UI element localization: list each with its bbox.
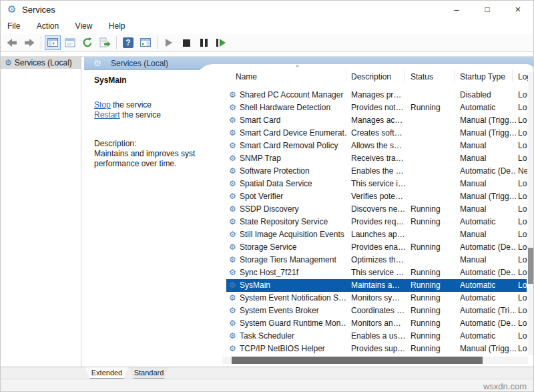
table-row[interactable]: ⚙Task SchedulerEnables a us…RunningAutom… bbox=[196, 330, 527, 343]
cell-description: This service … bbox=[351, 266, 407, 279]
column-header-name[interactable]: Name bbox=[236, 72, 257, 81]
vertical-scrollbar-thumb[interactable] bbox=[528, 248, 534, 284]
table-row[interactable]: ⚙Spot VerifierVerifies pote…Manual (Trig… bbox=[196, 190, 527, 203]
tab-standard[interactable]: Standard bbox=[129, 367, 169, 379]
cell-logon: Loc bbox=[518, 89, 527, 102]
table-row[interactable]: ⚙Spatial Data ServiceThis service i…Manu… bbox=[196, 178, 527, 190]
service-gear-icon: ⚙ bbox=[229, 165, 236, 178]
column-header-description[interactable]: Description bbox=[351, 72, 391, 81]
cell-logon: Loc bbox=[518, 190, 527, 203]
cell-startup-type: Manual (Trigg… bbox=[460, 127, 516, 140]
service-gear-icon: ⚙ bbox=[229, 203, 236, 216]
table-row[interactable]: ⚙Still Image Acquisition EventsLaunches … bbox=[196, 228, 527, 241]
menu-help[interactable]: Help bbox=[102, 19, 132, 33]
restart-service-line: Restart the service bbox=[94, 110, 161, 120]
cell-description: Verifies pote… bbox=[351, 190, 407, 203]
table-row[interactable]: ⚙State Repository ServiceProvides req…Ru… bbox=[196, 216, 527, 228]
cell-logon: Loc bbox=[518, 254, 527, 266]
toolbar-separator bbox=[116, 36, 117, 49]
service-gear-icon: ⚙ bbox=[229, 102, 236, 114]
cell-startup-type: Automatic bbox=[460, 102, 516, 114]
table-row[interactable]: ⚙Smart CardManages ac…Manual (Trigg…Loc bbox=[196, 114, 527, 127]
service-gear-icon: ⚙ bbox=[229, 266, 236, 279]
horizontal-scrollbar[interactable] bbox=[222, 357, 528, 364]
vertical-scrollbar[interactable] bbox=[528, 72, 534, 355]
cell-startup-type: Manual bbox=[460, 178, 516, 190]
table-row[interactable]: ⚙System Guard Runtime Mon…Monitors an…Ru… bbox=[196, 317, 527, 330]
table-row[interactable]: ⚙SSDP DiscoveryDiscovers ne…RunningManua… bbox=[196, 203, 527, 216]
service-gear-icon: ⚙ bbox=[229, 305, 236, 317]
app-gear-icon: ⚙ bbox=[7, 3, 16, 15]
show-console-tree-icon[interactable] bbox=[45, 35, 61, 50]
table-row[interactable]: ⚙SNMP TrapReceives tra…ManualLoc bbox=[196, 152, 527, 165]
title-bar: ⚙ Services – □ × bbox=[1, 1, 533, 18]
description-text: Maintains and improves system performanc… bbox=[94, 149, 211, 169]
table-row[interactable]: ⚙System Event Notification S…Monitors sy… bbox=[196, 292, 527, 305]
column-header-status[interactable]: Status bbox=[411, 72, 433, 81]
tab-extended[interactable]: Extended bbox=[85, 367, 128, 379]
refresh-icon[interactable] bbox=[79, 35, 95, 50]
help-icon[interactable]: ? bbox=[120, 35, 136, 50]
forward-icon[interactable] bbox=[21, 35, 37, 50]
table-row[interactable]: ⚙Smart Card Device Enumerat…Creates soft… bbox=[196, 127, 527, 140]
tree-item-services-local[interactable]: ⚙Services (Local) bbox=[1, 57, 81, 69]
cell-description: Monitors sy… bbox=[351, 292, 407, 305]
table-row[interactable]: ⚙TCP/IP NetBIOS HelperProvides sup…Runni… bbox=[196, 343, 527, 355]
cell-name: Storage Tiers Management bbox=[240, 254, 346, 266]
export-list-icon[interactable] bbox=[97, 35, 113, 50]
table-row[interactable]: ⚙Storage Tiers ManagementOptimizes th…Ma… bbox=[196, 254, 527, 266]
stop-service-suffix: the service bbox=[111, 100, 152, 110]
service-gear-icon: ⚙ bbox=[229, 114, 236, 127]
cell-logon: Loc bbox=[518, 102, 527, 114]
start-service-icon[interactable] bbox=[161, 35, 177, 50]
cell-name: Shared PC Account Manager bbox=[240, 89, 346, 102]
cell-description: Provides ena… bbox=[351, 241, 407, 254]
column-header-startup-type[interactable]: Startup Type bbox=[460, 72, 505, 81]
cell-logon: Loc bbox=[518, 343, 527, 355]
menu-action[interactable]: Action bbox=[30, 19, 65, 33]
properties-icon[interactable] bbox=[62, 35, 78, 50]
cell-description: Maintains a… bbox=[351, 279, 407, 292]
cell-status: Running bbox=[411, 241, 457, 254]
table-row[interactable]: ⚙Shared PC Account ManagerManages pr…Dis… bbox=[196, 89, 527, 102]
cell-startup-type: Manual bbox=[460, 152, 516, 165]
header-separator[interactable] bbox=[346, 70, 346, 81]
cell-startup-type: Manual bbox=[460, 254, 516, 266]
cell-logon: Loc bbox=[518, 216, 527, 228]
cell-name: Smart Card Device Enumerat… bbox=[240, 127, 346, 140]
show-action-pane-icon[interactable] bbox=[138, 35, 154, 50]
table-row[interactable]: ⚙System Events BrokerCoordinates …Runnin… bbox=[196, 305, 527, 317]
restart-service-link[interactable]: Restart bbox=[94, 110, 120, 120]
table-row[interactable]: ⚙Software ProtectionEnables the …Automat… bbox=[196, 165, 527, 178]
maximize-button[interactable]: □ bbox=[472, 1, 503, 18]
restart-service-suffix: the service bbox=[120, 110, 161, 120]
restart-service-icon[interactable] bbox=[213, 35, 229, 50]
header-separator[interactable] bbox=[512, 70, 513, 81]
service-gear-icon: ⚙ bbox=[229, 343, 236, 355]
cell-logon: Loc bbox=[518, 305, 527, 317]
header-separator[interactable] bbox=[455, 70, 455, 81]
menu-view[interactable]: View bbox=[69, 19, 99, 33]
table-row[interactable]: ⚙Smart Card Removal PolicyAllows the s…M… bbox=[196, 140, 527, 152]
table-row[interactable]: ⚙Shell Hardware DetectionProvides not…Ru… bbox=[196, 102, 527, 114]
table-row[interactable]: ⚙Sync Host_7f21fThis service …RunningAut… bbox=[196, 266, 527, 279]
table-row[interactable]: ⚙SysMainMaintains a…RunningAutomaticLoc bbox=[196, 279, 527, 292]
cell-name: SNMP Trap bbox=[240, 152, 346, 165]
cell-logon: Loc bbox=[518, 140, 527, 152]
minimize-button[interactable]: – bbox=[441, 1, 472, 18]
stop-service-link[interactable]: Stop bbox=[94, 100, 111, 110]
stop-service-icon[interactable] bbox=[178, 35, 194, 50]
close-button[interactable]: × bbox=[503, 1, 533, 18]
horizontal-scrollbar-thumb[interactable] bbox=[232, 357, 483, 364]
back-icon[interactable] bbox=[4, 35, 20, 50]
cell-logon: Loc bbox=[518, 330, 527, 343]
service-gear-icon: ⚙ bbox=[229, 279, 236, 292]
panel-header-title: Services (Local) bbox=[111, 59, 168, 68]
table-row[interactable]: ⚙Storage ServiceProvides ena…RunningAuto… bbox=[196, 241, 527, 254]
pause-service-icon[interactable] bbox=[196, 35, 212, 50]
menu-file[interactable]: File bbox=[1, 19, 27, 33]
header-separator[interactable] bbox=[405, 70, 405, 81]
cell-name: Sync Host_7f21f bbox=[240, 266, 346, 279]
cell-startup-type: Automatic (Tri… bbox=[460, 305, 516, 317]
cell-description: Provides req… bbox=[351, 216, 407, 228]
